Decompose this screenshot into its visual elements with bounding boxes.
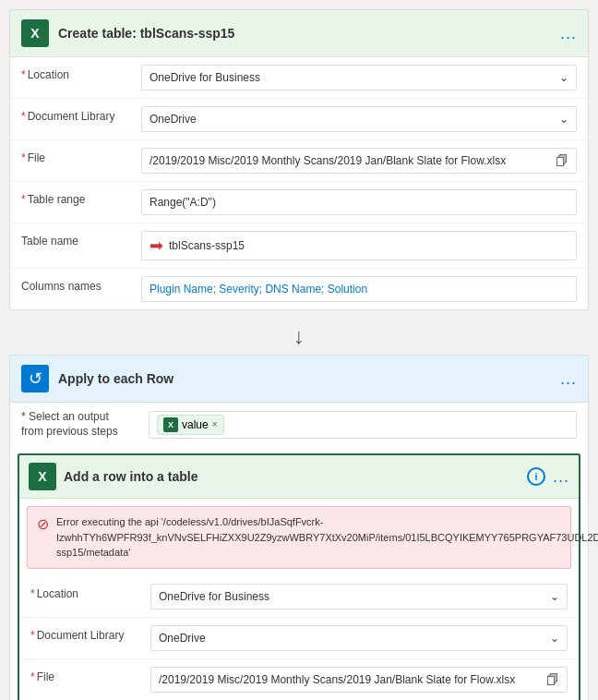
flow-arrow: ↓ (9, 318, 589, 355)
select-output-row: * Select an output from previous steps X… (10, 403, 588, 446)
table-name-label: Table name (21, 231, 141, 247)
file-row: *File /2019/2019 Misc/2019 Monthly Scans… (10, 140, 588, 182)
table-range-input[interactable]: Range("A:D") (141, 189, 577, 215)
excel-icon: X (21, 19, 49, 47)
table-range-label: *Table range (21, 189, 141, 206)
inner-location-dropdown[interactable]: OneDrive for Business ⌄ (150, 584, 568, 609)
value-tag-text: value (182, 418, 209, 431)
doc-library-dropdown[interactable]: OneDrive ⌄ (141, 106, 577, 132)
columns-names-input[interactable]: Plugin Name; Severity; DNS Name; Solutio… (141, 276, 577, 302)
select-output-label: * Select an output from previous steps (21, 410, 141, 439)
add-row-card: X Add a row into a table i ... ⊘ Error e… (18, 453, 580, 700)
create-table-body: *Location OneDrive for Business ⌄ *Docum… (10, 57, 588, 309)
add-row-excel-icon: X (29, 463, 56, 490)
create-table-title: Create table: tblScans-ssp15 (58, 26, 551, 41)
apply-each-row-menu[interactable]: ... (560, 369, 577, 389)
table-name-row: Table name ➡ tblScans-ssp15 (10, 223, 588, 269)
location-dropdown[interactable]: OneDrive for Business ⌄ (141, 65, 577, 91)
info-icon[interactable]: i (527, 467, 545, 486)
location-label: *Location (21, 65, 141, 81)
add-row-menu[interactable]: ... (553, 467, 569, 487)
inner-file-picker-icon: 🗍 (546, 672, 559, 687)
select-output-field[interactable]: X value × (149, 411, 577, 439)
add-row-header: X Add a row into a table i ... (19, 455, 579, 499)
inner-location-chevron: ⌄ (550, 590, 559, 603)
inner-doc-library-dropdown[interactable]: OneDrive ⌄ (150, 625, 568, 651)
apply-each-row-title: Apply to each Row (58, 371, 551, 386)
inner-doc-library-chevron: ⌄ (550, 632, 559, 645)
location-chevron: ⌄ (559, 71, 568, 84)
doc-library-label: *Document Library (21, 106, 141, 123)
add-row-title: Add a row into a table (64, 469, 520, 484)
inner-file-label: *File (30, 667, 150, 683)
doc-library-chevron: ⌄ (559, 113, 568, 126)
table-name-red-arrow: ➡ (150, 235, 163, 256)
inner-file-input[interactable]: /2019/2019 Misc/2019 Monthly Scans/2019 … (150, 667, 568, 693)
location-row: *Location OneDrive for Business ⌄ (10, 57, 588, 99)
columns-names-row: Columns names Plugin Name; Severity; DNS… (10, 269, 588, 309)
inner-file-row: *File /2019/2019 Misc/2019 Monthly Scans… (19, 659, 579, 700)
value-tag-excel-icon: X (163, 417, 178, 432)
value-tag: X value × (157, 415, 224, 435)
create-table-header: X Create table: tblScans-ssp15 ... (10, 10, 588, 57)
file-label: *File (21, 148, 141, 164)
error-text: Error executing the api '/codeless/v1.0/… (56, 514, 598, 561)
table-range-row: *Table range Range("A:D") (10, 182, 588, 223)
flow-loop-icon: ↺ (21, 365, 49, 392)
file-input[interactable]: /2019/2019 Misc/2019 Monthly Scans/2019 … (141, 148, 577, 174)
inner-doc-library-row: *Document Library OneDrive ⌄ (19, 618, 579, 659)
inner-location-row: *Location OneDrive for Business ⌄ (19, 576, 579, 618)
error-box: ⊘ Error executing the api '/codeless/v1.… (27, 506, 571, 569)
inner-location-label: *Location (30, 584, 150, 600)
apply-each-row-header: ↺ Apply to each Row ... (10, 356, 588, 403)
create-table-menu[interactable]: ... (560, 24, 577, 43)
create-table-card: X Create table: tblScans-ssp15 ... *Loca… (9, 9, 589, 310)
value-tag-close[interactable]: × (212, 419, 218, 429)
apply-each-row-card: ↺ Apply to each Row ... * Select an outp… (9, 355, 589, 700)
doc-library-row: *Document Library OneDrive ⌄ (10, 99, 588, 140)
file-picker-icon: 🗍 (556, 153, 568, 168)
error-icon: ⊘ (37, 515, 49, 561)
table-name-input[interactable]: ➡ tblScans-ssp15 (141, 231, 577, 260)
inner-doc-library-label: *Document Library (30, 625, 150, 642)
columns-names-label: Columns names (21, 276, 141, 293)
